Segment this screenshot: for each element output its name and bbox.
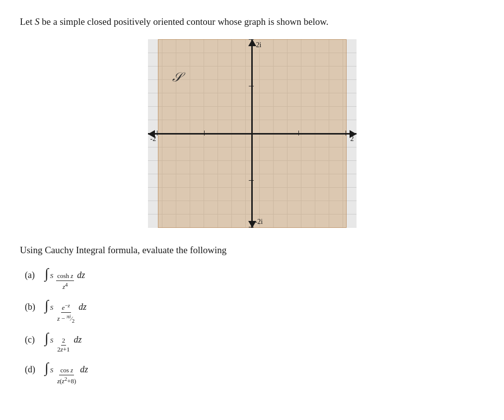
tick-y-pos2: [249, 39, 254, 40]
frac-den-b: z − πi⁄2: [56, 313, 75, 324]
tick-x-neg2: [157, 131, 158, 136]
frac-a: cosh z z4: [56, 272, 74, 291]
frac-den-d: z(z2+8): [56, 375, 77, 386]
frac-den-c: 2z+1: [56, 346, 71, 354]
integral-sign-d: ∫: [45, 361, 49, 375]
cauchy-instruction: Using Cauchy Integral formula, evaluate …: [20, 243, 484, 258]
frac-num-c: 2: [61, 337, 67, 346]
integral-sign-a: ∫: [45, 267, 49, 280]
tick-x-neg1: [204, 131, 205, 136]
label-c: (c): [25, 335, 45, 344]
frac-d: cos z z(z2+8): [56, 366, 77, 386]
dz-a: dz: [77, 271, 85, 280]
label-x-pos2: 2: [351, 135, 354, 143]
integral-b: ∫ S e−z z − πi⁄2 dz: [45, 298, 86, 324]
frac-num-a: cosh z: [56, 272, 74, 281]
integral-sign-c: ∫: [45, 331, 49, 345]
frac-b: e−z z − πi⁄2: [56, 302, 75, 324]
dz-b: dz: [78, 302, 86, 311]
problem-c: (c) ∫ S 2 2z+1 dz: [25, 331, 484, 354]
s-contour-label: 𝒮: [172, 70, 181, 85]
frac-den-a: z4: [62, 281, 69, 291]
problems-list: (a) ∫ S cosh z z4 dz (b) ∫ S e−z z − πi⁄…: [25, 267, 484, 386]
tick-y-neg2: [249, 227, 254, 228]
y-axis-arrow-up: [248, 39, 256, 46]
integral-sub-b: S: [50, 304, 54, 311]
integral-sub-d: S: [50, 367, 54, 373]
label-d: (d): [25, 365, 45, 374]
problem-d: (d) ∫ S cos z z(z2+8) dz: [25, 361, 484, 386]
label-x-neg2: -2: [150, 135, 156, 143]
dz-d: dz: [80, 365, 88, 374]
integral-d: ∫ S cos z z(z2+8) dz: [45, 361, 88, 386]
tick-x-pos1: [298, 131, 299, 136]
label-y-pos2i: 2i: [256, 41, 262, 49]
dz-c: dz: [74, 335, 82, 344]
integral-c: ∫ S 2 2z+1 dz: [45, 331, 82, 354]
label-y-neg2i: -2i: [255, 218, 263, 226]
intro-text: Let S be a simple closed positively orie…: [20, 15, 484, 29]
graph-container: 2 -2 2i -2i 𝒮: [20, 39, 484, 228]
problem-a: (a) ∫ S cosh z z4 dz: [25, 267, 484, 291]
tick-x-pos2: [346, 131, 347, 136]
integral-a: ∫ S cosh z z4 dz: [45, 267, 85, 291]
label-b: (b): [25, 302, 45, 311]
problem-b: (b) ∫ S e−z z − πi⁄2 dz: [25, 298, 484, 324]
y-axis: [251, 39, 253, 228]
frac-c: 2 2z+1: [56, 337, 71, 354]
label-a: (a): [25, 271, 45, 280]
frac-num-b: e−z: [61, 302, 71, 313]
tick-y-neg1: [249, 180, 254, 181]
tick-y-pos1: [249, 86, 254, 87]
integral-sign-b: ∫: [45, 298, 49, 312]
frac-num-d: cos z: [59, 366, 74, 375]
integral-sub-c: S: [50, 337, 54, 344]
integral-sub-a: S: [50, 273, 54, 279]
graph-box: 2 -2 2i -2i 𝒮: [148, 39, 357, 228]
